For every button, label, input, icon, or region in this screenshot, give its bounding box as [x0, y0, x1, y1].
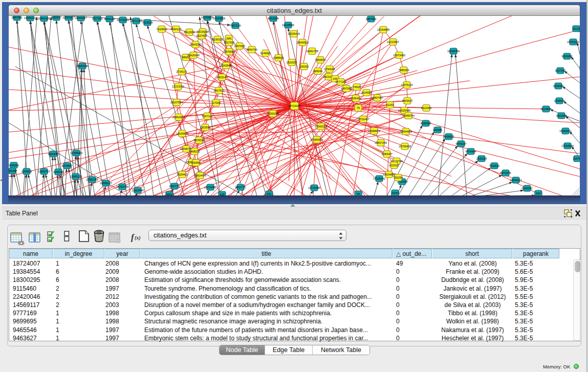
- svg-text:5498222: 5498222: [189, 150, 200, 153]
- svg-text:1822037: 1822037: [287, 61, 297, 64]
- svg-text:1527602: 1527602: [92, 17, 103, 20]
- svg-text:19654923: 19654923: [400, 130, 412, 133]
- svg-text:116753: 116753: [573, 157, 580, 160]
- svg-text:12942757: 12942757: [38, 170, 50, 173]
- svg-text:18300295: 18300295: [267, 112, 279, 115]
- svg-text:2933114: 2933114: [476, 157, 487, 160]
- svg-text:7957224: 7957224: [230, 24, 241, 27]
- svg-text:16033809: 16033809: [213, 17, 225, 20]
- svg-text:3215955: 3215955: [541, 107, 552, 111]
- svg-text:13325419: 13325419: [288, 32, 300, 35]
- svg-text:317006: 317006: [211, 101, 221, 104]
- svg-text:15716485: 15716485: [204, 186, 216, 189]
- svg-text:1156829: 1156829: [21, 170, 32, 173]
- svg-text:17359924: 17359924: [70, 151, 82, 155]
- svg-text:9657771: 9657771: [235, 186, 246, 189]
- svg-text:44: 44: [357, 192, 360, 195]
- svg-text:9146821: 9146821: [260, 52, 271, 55]
- svg-text:12505135: 12505135: [70, 175, 82, 178]
- svg-text:9384067: 9384067: [382, 152, 393, 156]
- svg-text:9463627: 9463627: [402, 99, 413, 102]
- svg-text:16033809: 16033809: [201, 16, 213, 19]
- svg-text:18724007: 18724007: [289, 104, 301, 107]
- svg-text:17957255: 17957255: [86, 178, 98, 181]
- svg-text:1353594: 1353594: [200, 126, 211, 129]
- svg-text:6879197: 6879197: [456, 142, 467, 145]
- svg-text:2020655: 2020655: [48, 152, 59, 156]
- svg-text:15495764: 15495764: [402, 114, 415, 117]
- svg-text:75: 75: [357, 106, 360, 110]
- svg-text:9242848: 9242848: [221, 64, 232, 67]
- svg-text:19218506: 19218506: [282, 24, 294, 27]
- svg-text:8938923: 8938923: [444, 135, 454, 138]
- svg-text:22420046: 22420046: [187, 54, 200, 57]
- svg-text:11122: 11122: [573, 27, 580, 30]
- svg-text:7955812: 7955812: [315, 58, 326, 61]
- svg-text:7163822: 7163822: [157, 28, 167, 31]
- svg-text:8267110: 8267110: [202, 115, 213, 118]
- svg-text:15807249: 15807249: [375, 141, 387, 144]
- svg-text:16914479: 16914479: [194, 174, 206, 177]
- svg-text:20691406: 20691406: [38, 17, 50, 20]
- svg-text:6466160: 6466160: [104, 17, 115, 20]
- svg-text:10553267: 10553267: [62, 16, 75, 19]
- svg-text:2987682: 2987682: [12, 16, 23, 19]
- svg-text:12923446: 12923446: [132, 189, 144, 192]
- svg-text:6794028: 6794028: [324, 68, 335, 71]
- svg-text:7515526: 7515526: [142, 21, 153, 24]
- svg-text:15751074: 15751074: [567, 40, 579, 43]
- svg-text:899044: 899044: [313, 70, 322, 73]
- svg-text:2367608: 2367608: [234, 45, 245, 48]
- svg-text:13716485: 13716485: [308, 186, 320, 189]
- svg-text:1209382: 1209382: [553, 84, 564, 87]
- svg-text:19756928: 19756928: [399, 145, 411, 148]
- svg-text:10654112: 10654112: [510, 179, 522, 182]
- svg-text:8813054: 8813054: [268, 17, 279, 20]
- svg-text:2336441: 2336441: [351, 97, 361, 100]
- svg-text:9975867: 9975867: [62, 164, 73, 167]
- svg-text:10958107: 10958107: [100, 182, 112, 185]
- svg-text:8912954: 8912954: [184, 31, 195, 34]
- svg-text:144095: 144095: [433, 128, 442, 132]
- svg-text:16782759: 16782759: [116, 185, 128, 188]
- svg-text:39159: 39159: [9, 169, 16, 172]
- svg-text:19166825: 19166825: [176, 132, 188, 135]
- svg-text:1588520: 1588520: [273, 56, 284, 59]
- svg-text:9227341: 9227341: [555, 69, 566, 72]
- svg-text:9115460: 9115460: [421, 106, 432, 110]
- svg-text:12213349: 12213349: [172, 85, 184, 88]
- svg-text:924: 924: [536, 192, 541, 195]
- svg-text:252254: 252254: [394, 176, 403, 179]
- svg-text:10807487: 10807487: [371, 96, 383, 99]
- svg-text:12213967: 12213967: [387, 40, 399, 43]
- svg-text:8454749: 8454749: [247, 48, 257, 51]
- svg-text:1615112: 1615112: [389, 164, 400, 167]
- svg-text:10719155: 10719155: [117, 18, 129, 21]
- svg-text:9427512: 9427512: [214, 89, 225, 92]
- svg-text:9329996: 9329996: [562, 55, 573, 58]
- svg-text:10553267: 10553267: [75, 16, 87, 19]
- svg-text:20053346: 20053346: [76, 64, 89, 68]
- svg-text:16961758: 16961758: [306, 50, 318, 53]
- svg-text:3875685: 3875685: [224, 50, 235, 53]
- svg-text:16107554: 16107554: [170, 101, 183, 104]
- svg-text:8471676: 8471676: [500, 171, 511, 174]
- svg-text:7625402: 7625402: [177, 173, 188, 176]
- svg-text:18720407: 18720407: [357, 118, 369, 121]
- svg-text:16543362: 16543362: [189, 43, 202, 46]
- svg-text:62160: 62160: [386, 103, 394, 106]
- svg-text:16648784: 16648784: [447, 50, 460, 53]
- svg-text:9245052: 9245052: [522, 187, 533, 190]
- svg-text:10973493: 10973493: [393, 54, 405, 57]
- svg-text:19154: 19154: [391, 191, 399, 194]
- svg-text:1435061: 1435061: [9, 164, 19, 167]
- svg-text:9657771: 9657771: [169, 185, 180, 188]
- svg-text:1244415: 1244415: [554, 99, 565, 102]
- svg-text:6497568: 6497568: [341, 87, 352, 90]
- svg-text:1621064: 1621064: [556, 114, 567, 117]
- svg-text:16154808: 16154808: [377, 28, 389, 31]
- svg-text:9327505: 9327505: [197, 34, 207, 37]
- svg-text:19384554: 19384554: [311, 138, 323, 141]
- svg-text:7485063: 7485063: [399, 69, 409, 72]
- svg-text:10688609: 10688609: [368, 129, 380, 133]
